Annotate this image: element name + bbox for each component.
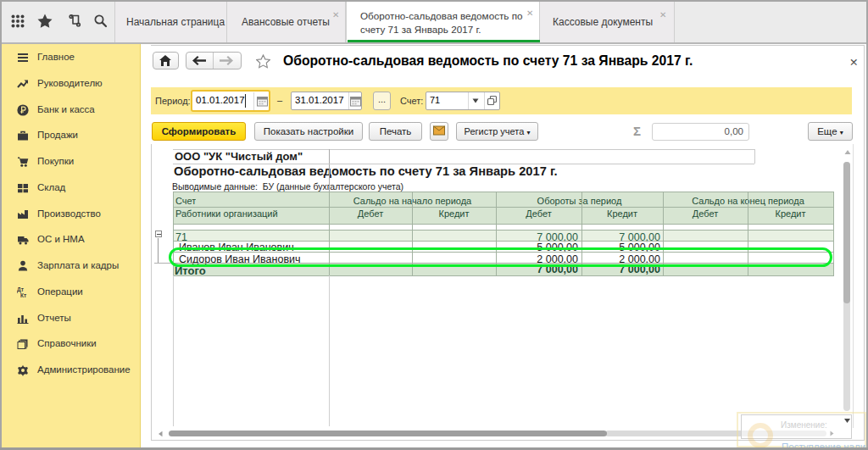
svg-text:Кт: Кт <box>20 292 26 298</box>
